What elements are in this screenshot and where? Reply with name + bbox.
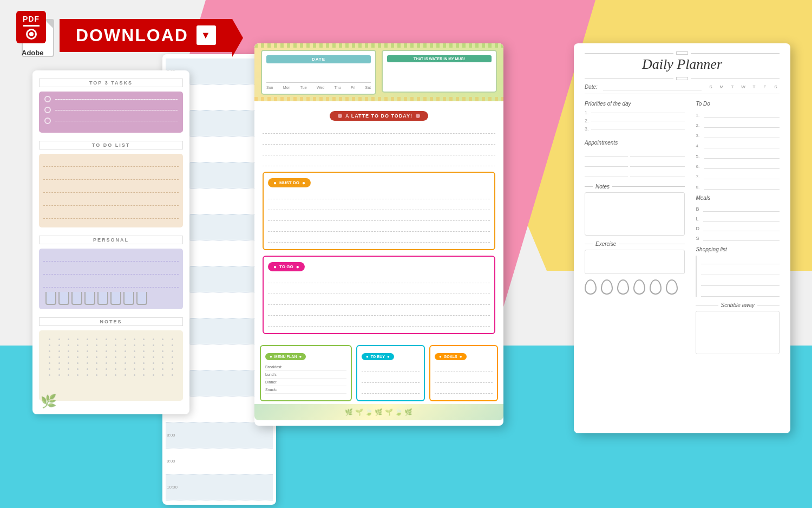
dot — [143, 368, 145, 370]
shopping-section: Shopping list — [696, 246, 780, 297]
to-go-banner: ● TO GO ● — [268, 262, 305, 271]
dot — [125, 368, 126, 370]
meals-heading: Meals — [696, 195, 780, 201]
dot — [162, 350, 163, 352]
center-header: DATE Sun Mon Tue Wed Thu Fri Sat THAT IS… — [254, 43, 503, 101]
water-glass-8 — [136, 292, 147, 305]
dot — [77, 356, 78, 358]
sched-line-1 — [263, 125, 495, 134]
to-buy-section: ● TO BUY ● — [356, 345, 425, 401]
day-sun: Sun — [266, 86, 273, 89]
water-banner: THAT IS WATER IN MY MUG! — [387, 55, 492, 62]
dot — [125, 350, 126, 352]
dot — [115, 362, 116, 364]
appt-2 — [585, 159, 685, 167]
goals-line-3 — [435, 385, 493, 394]
dot — [134, 344, 135, 346]
menu-dinner: Dinner: — [265, 379, 346, 386]
personal-line-3 — [43, 279, 179, 288]
pdf-download-banner[interactable]: PDF Adobe DOWNLOAD — [16, 11, 232, 60]
todo-num-4: 4. — [696, 141, 780, 148]
dot — [134, 350, 135, 352]
priority-num-1: 1. — [585, 110, 589, 115]
task-line-1 — [55, 99, 178, 100]
center-body: A LATTE TO DO TODAY! ● MUST DO ● ● T — [254, 101, 503, 345]
notes-line-right — [612, 186, 685, 187]
daily-planner-page: Daily Planner Date: S M T W T F S Priori… — [574, 43, 790, 433]
title-area: Daily Planner — [585, 51, 780, 80]
dot — [87, 338, 88, 340]
day-thu: Thu — [335, 86, 341, 89]
exercise-line-left — [585, 244, 593, 244]
days-check-row: S M T W T F S — [707, 84, 780, 89]
task-line-2 — [55, 110, 178, 110]
dot — [115, 356, 116, 358]
dot — [49, 350, 50, 352]
date-section: DATE Sun Mon Tue Wed Thu Fri Sat — [261, 50, 376, 95]
dot — [134, 356, 135, 358]
pdf-icon: PDF Adobe — [16, 11, 60, 60]
num-7: 7. — [696, 174, 702, 179]
goals-banner: ● GOALS ● — [435, 353, 467, 360]
must-do-section: ● MUST DO ● — [263, 172, 495, 250]
dot — [162, 344, 163, 346]
dot — [87, 344, 88, 346]
to-go-text: TO GO — [279, 264, 293, 269]
num-6: 6. — [696, 164, 702, 169]
download-arrow-icon — [197, 25, 216, 45]
water-glass-2 — [58, 292, 69, 305]
personal-items — [39, 249, 183, 309]
left-planner-page: TOP 3 TASKS TO DO LIST — [32, 70, 189, 414]
water-drop-2 — [601, 279, 613, 295]
must-do-banner: ● MUST DO ● — [268, 178, 311, 187]
num-4: 4. — [696, 144, 702, 148]
must-do-line-1 — [268, 191, 490, 199]
exercise-heading-row: Exercise — [585, 241, 685, 247]
dot — [125, 356, 126, 358]
menu-plan-text: MENU PLAN — [274, 355, 297, 359]
todo-n-line-8 — [704, 182, 780, 190]
download-button[interactable]: DOWNLOAD — [60, 19, 232, 52]
right-column: To Do 1. 2. 3. 4. 5. 6. 7. 8. Meals B L — [696, 101, 780, 354]
todo-num-1: 1. — [696, 110, 780, 118]
schedule-lines — [263, 125, 495, 166]
todo-num-6: 6. — [696, 161, 780, 169]
time-slot-900: 9:00 — [166, 448, 273, 474]
task-item-3 — [44, 118, 178, 124]
goals-line-1 — [435, 363, 493, 372]
dot — [96, 338, 97, 340]
day-w: W — [739, 84, 747, 89]
appt-content-2 — [630, 159, 685, 167]
todo-line-5 — [43, 210, 179, 219]
priority-3: 3. — [585, 126, 685, 132]
dot — [58, 338, 60, 340]
floral-bottom-decoration: 🌿 🌱 🍃 🌿 🌱 🍃 🌿 — [254, 404, 503, 420]
adobe-acrobat-icon: PDF — [16, 11, 46, 43]
task-item-2 — [44, 107, 178, 113]
must-do-text: MUST DO — [279, 180, 299, 185]
dot — [172, 362, 173, 364]
day-t1: T — [729, 84, 736, 89]
todo-n-line-2 — [704, 120, 780, 128]
dot — [58, 362, 60, 364]
exercise-box — [585, 250, 685, 274]
to-buy-line-3 — [362, 385, 420, 394]
priority-2: 2. — [585, 118, 685, 123]
title-line-left — [585, 53, 673, 54]
date-row: Date: S M T W T F S — [585, 83, 780, 94]
download-label: DOWNLOAD — [76, 25, 188, 45]
task-circle-3 — [44, 118, 51, 124]
dot — [162, 374, 163, 376]
floral-decoration-icon: 🌿 🌱 🍃 🌿 🌱 🍃 🌿 — [345, 408, 412, 416]
dot — [143, 350, 145, 352]
top-tasks-title: TOP 3 TASKS — [39, 79, 183, 87]
scribble-heading: Scribble away — [721, 302, 755, 308]
dot — [153, 338, 154, 340]
notes-title: NOTES — [39, 317, 183, 326]
dot — [58, 356, 60, 358]
todo-list-items — [39, 154, 183, 227]
to-buy-banner: ● TO BUY ● — [362, 353, 394, 360]
shopping-line-1 — [701, 256, 780, 264]
goals-section: ● GOALS ● — [429, 345, 498, 401]
dot — [153, 356, 154, 358]
